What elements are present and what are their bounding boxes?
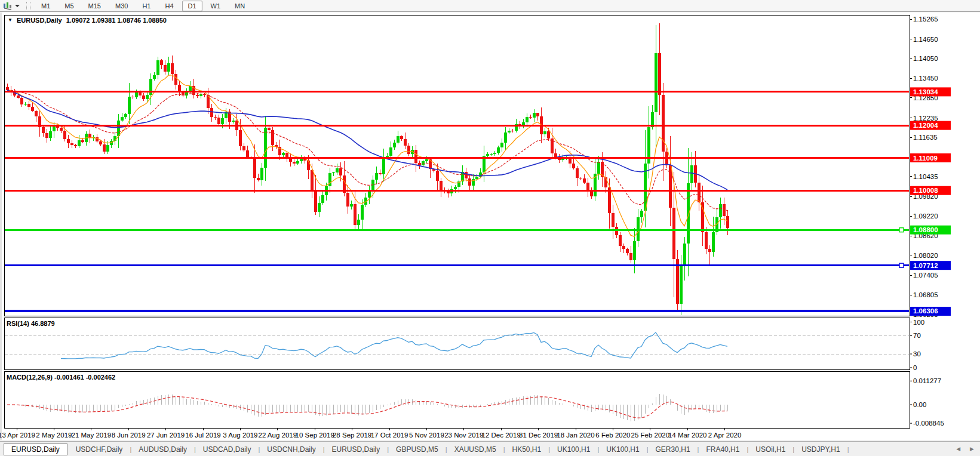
chart-tab-eurusd-daily[interactable]: EURUSD,Daily xyxy=(327,444,385,455)
svg-text:0: 0 xyxy=(913,364,917,371)
tab-separator: | xyxy=(323,446,325,453)
date-tick-label: 2 May 2019 xyxy=(36,432,72,439)
svg-text:1.12004: 1.12004 xyxy=(913,122,938,129)
chart-tab-gbpusd-m5[interactable]: GBPUSD,M5 xyxy=(391,444,443,455)
tab-separator: | xyxy=(647,446,649,453)
timeframe-buttons: M1M5M15M30H1H4D1W1MN xyxy=(34,1,252,11)
date-tick-label: 10 Sep 2019 xyxy=(296,432,334,439)
chart-tab-uk100-h1[interactable]: UK100,H1 xyxy=(552,444,595,455)
chart-ohlc-values: 1.09072 1.09381 1.08746 1.08850 xyxy=(66,17,167,24)
price-tag-1.07712: 1.07712 xyxy=(910,261,951,270)
chart-tab-usdjpy-h1[interactable]: USDJPY,H1 xyxy=(797,444,844,455)
price-tag-1.06306: 1.06306 xyxy=(910,307,951,316)
scroll-right-icon[interactable]: ▶ xyxy=(970,446,974,452)
svg-text:0.00: 0.00 xyxy=(913,401,926,408)
chart-tab-hk50-h1[interactable]: HK50,H1 xyxy=(508,444,546,455)
price-tick-label: 1.11635 xyxy=(913,134,938,141)
price-tag-1.13034: 1.13034 xyxy=(910,87,951,96)
date-tick-label: 23 Nov 2019 xyxy=(444,432,483,439)
tab-separator: | xyxy=(387,446,389,453)
svg-text:1.08800: 1.08800 xyxy=(913,226,938,233)
date-tick-label: 13 Apr 2019 xyxy=(0,432,35,439)
price-tag-1.10008: 1.10008 xyxy=(910,186,951,195)
chart-tab-usdcad-daily[interactable]: USDCAD,Daily xyxy=(198,444,256,455)
tab-separator: | xyxy=(130,446,131,453)
chart-tab-usdchf-daily[interactable]: USDCHF,Daily xyxy=(71,444,128,455)
svg-text:1.07712: 1.07712 xyxy=(913,262,938,269)
panel-frames xyxy=(5,16,910,429)
tab-separator: | xyxy=(698,446,699,453)
chart-tab-usoil-h1[interactable]: USOil,H1 xyxy=(751,444,790,455)
date-tick-label: 21 May 2019 xyxy=(72,432,112,439)
svg-text:0.011277: 0.011277 xyxy=(913,377,941,384)
chart-tab-usdcnh-daily[interactable]: USDCNH,Daily xyxy=(262,444,320,455)
price-tag-1.11009: 1.11009 xyxy=(910,153,951,162)
timeframe-button-D1[interactable]: D1 xyxy=(182,1,202,11)
price-tick-label: 1.13450 xyxy=(913,75,938,82)
timeframe-button-W1[interactable]: W1 xyxy=(205,1,227,11)
chart-menu-arrow-icon[interactable]: ▼ xyxy=(8,18,13,23)
price-tick-label: 1.07405 xyxy=(913,272,938,279)
timeframe-button-MN[interactable]: MN xyxy=(229,1,251,11)
chart-tab-eurusd-daily[interactable]: EURUSD,Daily xyxy=(4,443,67,455)
tab-separator: | xyxy=(503,446,505,453)
price-tick-label: 1.12235 xyxy=(913,115,938,122)
chart-area[interactable]: 1.152651.146501.140501.134501.128501.122… xyxy=(0,0,980,456)
chart-tab-ger30-h1[interactable]: GER30,H1 xyxy=(651,444,695,455)
date-tick-label: 3 Aug 2019 xyxy=(223,432,257,439)
tab-separator: | xyxy=(548,446,550,453)
date-tick-label: 22 Aug 2019 xyxy=(259,432,297,439)
tab-separator: | xyxy=(258,446,260,453)
date-tick-label: 25 Feb 2020 xyxy=(631,432,670,439)
tab-separator: | xyxy=(446,446,447,453)
trading-platform-window: M1M5M15M30H1H4D1W1MN 1.152651.146501.140… xyxy=(0,0,980,456)
date-tick-label: 27 Jun 2019 xyxy=(147,432,185,439)
price-tick-label: 1.14050 xyxy=(913,55,938,62)
tab-separator: | xyxy=(746,446,748,453)
timeframe-toolbar: M1M5M15M30H1H4D1W1MN xyxy=(0,0,980,12)
chevron-down-icon xyxy=(15,5,20,7)
price-tick-label: 1.09220 xyxy=(913,212,938,220)
date-tick-label: 16 Jul 2019 xyxy=(185,432,220,439)
chart-tab-xauusd-m5[interactable]: XAUUSD,M5 xyxy=(450,444,501,455)
candlestick-chart-icon xyxy=(3,2,13,10)
chart-tab-uk100-h1[interactable]: UK100,H1 xyxy=(601,444,644,455)
date-tick-label: 14 Mar 2020 xyxy=(668,432,707,439)
timeframe-button-M30[interactable]: M30 xyxy=(109,1,134,11)
price-tick-label: 1.10435 xyxy=(913,173,938,180)
chart-tab-fra40-h1[interactable]: FRA40,H1 xyxy=(701,444,744,455)
line-drag-handle[interactable] xyxy=(899,263,904,267)
macd-indicator-label: MACD(12,26,9) -0.001461 -0.002462 xyxy=(7,374,115,381)
date-tick-label: 31 Dec 2019 xyxy=(519,432,558,439)
svg-text:70: 70 xyxy=(913,332,921,339)
toolbar-grip-handle[interactable] xyxy=(26,2,30,10)
timeframe-button-M5[interactable]: M5 xyxy=(59,1,79,11)
tab-scroll-arrows: ◀ ▶ xyxy=(956,442,974,456)
rsi-indicator-label: RSI(14) 46.8879 xyxy=(7,320,55,327)
tab-separator: | xyxy=(194,446,196,453)
date-tick-label: 6 Feb 2020 xyxy=(595,432,630,439)
date-tick-label: 5 Nov 2019 xyxy=(409,432,444,439)
chart-tabs: EURUSD,DailyUSDCHF,Daily|AUDUSD,Daily|US… xyxy=(0,443,852,455)
chart-tab-audusd-daily[interactable]: AUDUSD,Daily xyxy=(134,444,192,455)
timeframe-button-M15[interactable]: M15 xyxy=(82,1,107,11)
date-tick-label: 8 Jun 2019 xyxy=(112,432,146,439)
date-tick-label: 2 Apr 2020 xyxy=(708,432,742,439)
timeframe-button-H1[interactable]: H1 xyxy=(136,1,156,11)
date-tick-label: 17 Oct 2019 xyxy=(371,432,408,439)
svg-text:100: 100 xyxy=(913,319,924,326)
timeframe-button-H4[interactable]: H4 xyxy=(159,1,179,11)
svg-text:1.11009: 1.11009 xyxy=(913,155,938,162)
chart-tab-bar: EURUSD,DailyUSDCHF,Daily|AUDUSD,Daily|US… xyxy=(0,441,980,456)
scroll-left-icon[interactable]: ◀ xyxy=(956,446,960,452)
date-tick-label: 18 Jan 2020 xyxy=(557,432,594,439)
tab-separator: | xyxy=(792,446,794,453)
price-tick-label: 1.14650 xyxy=(913,36,938,43)
line-drag-handle[interactable] xyxy=(899,228,904,232)
timeframe-button-M1[interactable]: M1 xyxy=(35,1,56,11)
price-tag-1.08800: 1.08800 xyxy=(910,226,951,235)
chart-type-button[interactable] xyxy=(1,1,21,11)
price-tick-label: 1.08020 xyxy=(913,252,938,259)
date-tick-label: 28 Sep 2019 xyxy=(333,432,371,439)
price-tick-label: 1.06805 xyxy=(913,291,938,298)
